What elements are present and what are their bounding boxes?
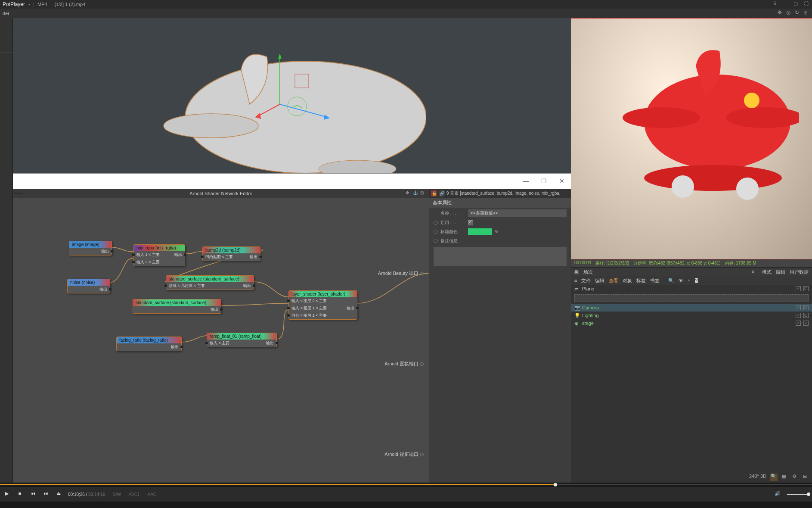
search-active-icon[interactable]: 🔍 — [770, 474, 778, 481]
color-swatch[interactable] — [468, 228, 492, 235]
layout-icon[interactable]: ⊞ — [801, 474, 809, 481]
edit-color-icon[interactable]: ✎ — [495, 229, 499, 235]
render-toggle[interactable]: ▢ — [803, 305, 809, 310]
refresh-icon[interactable]: ↻ — [793, 9, 801, 17]
tab-scene[interactable]: 场次 — [583, 269, 593, 275]
list-icon[interactable]: ≡ — [574, 278, 577, 283]
gutter-tab[interactable] — [0, 18, 12, 35]
anchor-icon[interactable]: ⚓ — [413, 190, 419, 196]
play-button[interactable]: ▶ — [3, 491, 10, 498]
vis-toggle[interactable]: ✓ — [796, 313, 801, 318]
maximize-icon[interactable]: ☐ — [540, 178, 548, 185]
graph-canvas[interactable]: image (image) 输出 mix_rgba (mix_rgba) 输入 … — [13, 198, 429, 483]
player-bar: ▶ ■ ⏮ ⏭ ⏏ 00:10;26 / 00:14;16 S/W AVC1 A… — [0, 487, 812, 502]
seek-bar[interactable] — [0, 483, 812, 487]
node-facing-ratio[interactable]: facing_ratio (facing_ratio) 输出 — [116, 337, 182, 351]
minimize-icon[interactable]: — — [522, 178, 530, 185]
node-layer-shader[interactable]: layer_shader (layer_shader) 输入 < 图层 2 < … — [288, 290, 357, 320]
app-menu-chevron[interactable]: ▾ — [28, 3, 30, 6]
filter-icon[interactable]: ⑂ — [688, 278, 691, 283]
list-icon[interactable]: ≡ — [752, 269, 758, 275]
list-item-stage[interactable]: ◉ stage ✓✓ — [571, 319, 812, 327]
outliner: 象 场次 ≡ 模式 编辑 用户数据 ≡ 文件 编辑 查看 对象 标签 书签 🔍 … — [571, 267, 812, 483]
titlebar: PotPlayer ▾ MP4 [1/2] 1 (2).mp4 ⊼ — ▢ ⛶ — [0, 0, 812, 9]
keyable-dot[interactable] — [434, 230, 438, 234]
3d-viewport[interactable] — [13, 18, 571, 173]
output-displace[interactable]: Arnold 置换端口 — [384, 361, 424, 367]
degree-icon[interactable]: 240° — [749, 474, 757, 481]
menu-edit2[interactable]: 编辑 — [595, 277, 604, 284]
node-ramp-float[interactable]: ramp_float_01 (ramp_float) 输入 < 主要输出 — [207, 333, 277, 347]
node-standard-surface-2[interactable]: standard_surface (standard_surface) 输出 — [133, 299, 221, 314]
fullscreen-icon[interactable]: ⛶ — [803, 1, 809, 8]
axis-gizmo[interactable] — [254, 53, 340, 130]
node-title: noise (noise) — [68, 279, 110, 286]
node-title: mix_rgba (mix_rgba) — [134, 245, 185, 251]
graph-tabstrip: Arnold Shader Network Editor ✥ ⚓ ⊞ — [13, 189, 429, 198]
grid-icon[interactable]: ▦ — [780, 474, 788, 481]
close-icon[interactable]: ✕ — [558, 178, 566, 185]
eject-button[interactable]: ⏏ — [55, 491, 62, 498]
output-beauty[interactable]: Arnold Beauty 端口 — [378, 270, 424, 277]
vis-toggle[interactable]: ✓ — [796, 305, 801, 310]
node-noise[interactable]: noise (noise) 输出 — [67, 279, 110, 293]
vis-toggle[interactable]: ✓ — [796, 321, 801, 326]
menu-edit[interactable]: 编辑 — [776, 269, 785, 275]
list-item-plane[interactable]: ▱ Plane ✓▢ — [571, 285, 812, 293]
lock-icon[interactable]: 🔒 — [431, 190, 437, 196]
output-viewport[interactable]: Arnold 视窗端口 — [384, 451, 424, 458]
note-textarea[interactable] — [434, 247, 567, 266]
node-title: facing_ratio (facing_ratio) — [117, 337, 181, 343]
render-toggle[interactable]: ▢ — [803, 286, 809, 291]
3d-icon[interactable]: 3D — [759, 474, 767, 481]
volume-slider[interactable] — [787, 494, 809, 495]
node-mix-rgba[interactable]: mix_rgba (mix_rgba) 输入 1 < 主要输出 输入 2 < 主… — [133, 244, 185, 266]
menu-bookmark[interactable]: 书签 — [650, 277, 660, 284]
stop-button[interactable]: ■ — [16, 491, 23, 498]
mute-icon[interactable]: 🔊 — [774, 491, 781, 498]
tab-object[interactable]: 象 — [574, 269, 579, 275]
keyable-dot[interactable] — [434, 221, 438, 225]
gutter-tab[interactable] — [0, 35, 12, 53]
menu-view[interactable]: 查看 — [609, 277, 618, 284]
node-image[interactable]: image (image) 输出 — [69, 241, 112, 256]
gear-icon[interactable]: ⚙ — [790, 474, 798, 481]
pin-icon[interactable]: ⊼ — [772, 1, 778, 8]
render-toggle[interactable]: ▢ — [803, 313, 809, 318]
enable-checkbox[interactable] — [468, 220, 473, 225]
keyable-dot[interactable] — [434, 239, 438, 243]
maximize-icon[interactable]: ▢ — [792, 1, 799, 8]
node-graph[interactable]: Arnold Shader Network Editor ✥ ⚓ ⊞ — [13, 189, 429, 483]
expand-icon[interactable]: ⊞ — [802, 9, 809, 17]
node-bump2d[interactable]: bump2d (bump2d) 凹凸贴图 < 主要输出 — [202, 246, 260, 261]
prev-button[interactable]: ⏮ — [29, 491, 36, 498]
search-field[interactable] — [574, 294, 809, 302]
menu-object[interactable]: 对象 — [623, 277, 632, 284]
expand-icon[interactable]: ⊞ — [420, 190, 426, 196]
graph-tab[interactable] — [14, 193, 23, 194]
plane-icon: ▱ — [574, 286, 580, 291]
seek-thumb[interactable] — [554, 483, 557, 486]
search-icon[interactable]: 🔍 — [668, 278, 674, 284]
menu-mode[interactable]: 模式 — [762, 269, 772, 275]
vis-toggle[interactable]: ✓ — [796, 286, 801, 291]
move-icon[interactable]: ✥ — [776, 9, 784, 17]
list-item-lighting[interactable]: 💡 Lighting ✓▢ — [571, 312, 812, 319]
target-icon[interactable]: ◎ — [784, 9, 792, 17]
link-icon[interactable]: 🔗 — [439, 190, 445, 196]
window-titlebar[interactable]: — ☐ ✕ — [13, 174, 571, 189]
menu-file[interactable]: 文件 — [581, 277, 591, 284]
move-icon[interactable]: ✥ — [406, 190, 412, 196]
menu-tag[interactable]: 标签 — [636, 277, 646, 284]
eye-icon[interactable]: 👁 — [679, 278, 683, 283]
name-field[interactable]: <<多重数值>> — [468, 209, 567, 217]
minimize-icon[interactable]: — — [782, 1, 789, 8]
help-icon[interactable]: ? — [695, 278, 697, 283]
check-toggle[interactable]: ✓ — [803, 321, 809, 326]
node-title: layer_shader (layer_shader) — [289, 291, 357, 297]
menu-userdata[interactable]: 用户数据 — [790, 269, 809, 275]
node-standard-surface-1[interactable]: standard_surface (standard_surface) 法线 <… — [166, 275, 254, 290]
next-button[interactable]: ⏭ — [42, 491, 49, 498]
list-item-camera[interactable]: 📷 Camera ✓▢ — [571, 304, 812, 312]
render-preview[interactable] — [571, 18, 812, 259]
